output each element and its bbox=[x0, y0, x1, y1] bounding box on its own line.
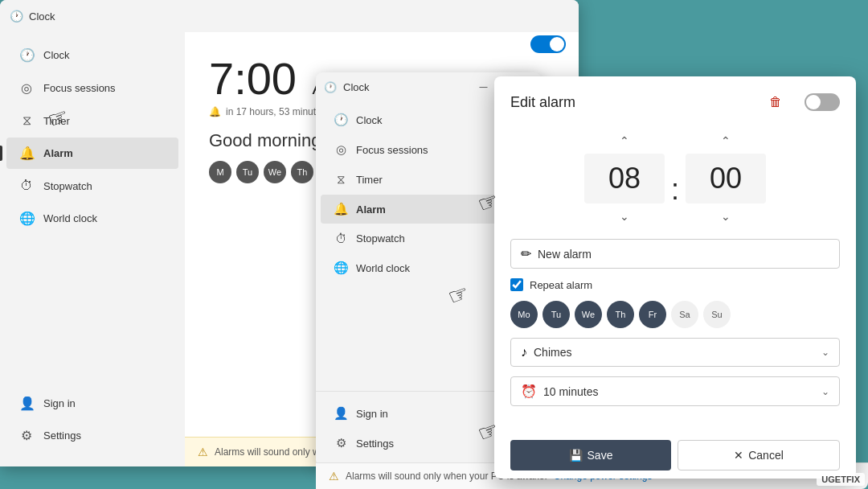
mid-sidebar-alarm-label: Alarm bbox=[356, 203, 386, 216]
music-icon: ♪ bbox=[521, 345, 527, 360]
save-label: Save bbox=[588, 449, 613, 462]
settings-icon: ⚙ bbox=[19, 428, 34, 443]
sidebar-item-alarm[interactable]: 🔔 Alarm bbox=[6, 138, 178, 169]
alarm-name-row[interactable]: ✏ bbox=[510, 239, 840, 269]
mid-settings-icon: ⚙ bbox=[334, 436, 348, 450]
day-button-we[interactable]: We bbox=[575, 301, 602, 328]
alarm-icon: 🔔 bbox=[19, 146, 34, 161]
sidebar-item-clock-label: Clock bbox=[43, 49, 70, 61]
alarm-icon-small: 🔔 bbox=[209, 106, 221, 117]
snooze-dropdown[interactable]: ⏰ 10 minutes ⌄ bbox=[510, 376, 840, 406]
day-button-tu[interactable]: Tu bbox=[542, 301, 570, 328]
edit-alarm-dialog: Edit alarm 🗑 ⌃ 08 ⌄ : ⌃ 00 ⌄ ✏ Repeat al… bbox=[494, 76, 856, 479]
days-row: Mo Tu We Th Fr Sa Su bbox=[510, 301, 840, 328]
mid-window-title: Clock bbox=[343, 81, 370, 93]
sidebar-item-clock[interactable]: 🕐 Clock bbox=[6, 39, 178, 71]
edit-name-icon: ✏ bbox=[521, 246, 531, 261]
sidebar-item-focus-label: Focus sessions bbox=[43, 82, 116, 94]
minutes-display[interactable]: 00 bbox=[686, 154, 766, 203]
minutes-up-button[interactable]: ⌃ bbox=[711, 131, 740, 150]
bg-titlebar: 🕐 Clock bbox=[0, 0, 579, 32]
clock-icon: 🕐 bbox=[19, 47, 34, 63]
mid-sidebar-timer-label: Timer bbox=[356, 174, 383, 186]
time-value: 7:00 bbox=[209, 53, 297, 104]
sidebar-item-settings[interactable]: ⚙ Settings bbox=[6, 420, 178, 451]
repeat-checkbox[interactable] bbox=[510, 278, 523, 291]
mid-signin-label: Sign in bbox=[356, 408, 388, 420]
sidebar-item-timer[interactable]: ⧖ Timer bbox=[6, 105, 178, 136]
bg-top-toggle[interactable] bbox=[530, 35, 566, 53]
mid-sidebar-focus-label: Focus sessions bbox=[356, 144, 428, 156]
day-button-su[interactable]: Su bbox=[703, 301, 731, 328]
day-button-mo[interactable]: Mo bbox=[510, 301, 538, 328]
sidebar-item-stopwatch-label: Stopwatch bbox=[43, 180, 92, 192]
hours-up-button[interactable]: ⌃ bbox=[610, 131, 639, 150]
sidebar-item-worldclock[interactable]: 🌐 World clock bbox=[6, 203, 178, 234]
hours-down-button[interactable]: ⌄ bbox=[610, 207, 639, 226]
sidebar-item-stopwatch[interactable]: ⏱ Stopwatch bbox=[6, 171, 178, 201]
repeat-label: Repeat alarm bbox=[530, 279, 592, 291]
minutes-down-button[interactable]: ⌄ bbox=[711, 207, 740, 226]
watermark: UGETFIX bbox=[817, 473, 865, 486]
bg-window-title: Clock bbox=[29, 10, 55, 23]
sound-dropdown[interactable]: ♪ Chimes ⌄ bbox=[510, 338, 840, 367]
alarm-name-input[interactable] bbox=[538, 248, 829, 261]
sidebar-item-focus[interactable]: ◎ Focus sessions bbox=[6, 72, 178, 104]
day-pill-m: M bbox=[209, 161, 231, 183]
snooze-chevron-icon: ⌄ bbox=[821, 386, 829, 397]
mid-timer-icon: ⧖ bbox=[334, 172, 348, 187]
alarm-time-text: in 17 hours, 53 minutes bbox=[226, 106, 326, 117]
mid-worldclock-icon: 🌐 bbox=[334, 261, 348, 275]
bg-top-toggle-area bbox=[522, 35, 566, 56]
alarm-toggle[interactable] bbox=[805, 93, 840, 111]
repeat-row: Repeat alarm bbox=[510, 278, 840, 291]
warning-icon: ⚠ bbox=[198, 446, 208, 458]
signin-icon: 👤 bbox=[19, 396, 34, 411]
cancel-button[interactable]: ✕ Cancel bbox=[678, 440, 840, 471]
save-icon: 💾 bbox=[569, 449, 583, 462]
sidebar-item-signin[interactable]: 👤 Sign in bbox=[6, 388, 178, 419]
stopwatch-icon: ⏱ bbox=[19, 179, 34, 193]
save-button[interactable]: 💾 Save bbox=[510, 440, 671, 471]
day-button-th[interactable]: Th bbox=[607, 301, 634, 328]
mid-sidebar-clock-label: Clock bbox=[356, 114, 383, 126]
mid-sidebar-worldclock-label: World clock bbox=[356, 262, 410, 274]
timer-icon: ⧖ bbox=[19, 113, 34, 128]
mid-signin-icon: 👤 bbox=[334, 406, 348, 421]
cancel-icon: ✕ bbox=[734, 449, 743, 462]
dialog-header: Edit alarm 🗑 bbox=[494, 76, 856, 123]
minutes-column: ⌃ 00 ⌄ bbox=[686, 131, 766, 226]
mid-settings-label: Settings bbox=[356, 438, 394, 450]
snooze-value: 10 minutes bbox=[543, 385, 815, 398]
mid-stopwatch-icon: ⏱ bbox=[334, 232, 348, 245]
hours-column: ⌃ 08 ⌄ bbox=[584, 131, 665, 226]
day-button-fr[interactable]: Fr bbox=[639, 301, 666, 328]
day-pill-th: Th bbox=[291, 161, 313, 183]
mid-clock-icon: 🕐 bbox=[324, 81, 337, 93]
sidebar-item-signin-label: Sign in bbox=[43, 397, 76, 409]
sound-chevron-icon: ⌄ bbox=[821, 347, 829, 358]
mid-sidebar-stopwatch-label: Stopwatch bbox=[356, 232, 405, 244]
clock-app-icon: 🕐 bbox=[10, 10, 23, 23]
delete-alarm-button[interactable]: 🗑 bbox=[763, 89, 788, 115]
focus-icon: ◎ bbox=[19, 80, 34, 96]
time-picker: ⌃ 08 ⌄ : ⌃ 00 ⌄ bbox=[494, 123, 856, 234]
hours-display[interactable]: 08 bbox=[584, 154, 665, 203]
sidebar-bottom: 👤 Sign in ⚙ Settings bbox=[0, 387, 185, 460]
trash-icon: 🗑 bbox=[769, 95, 782, 109]
mid-minimize-button[interactable]: ─ bbox=[477, 79, 491, 95]
mid-alarm-icon: 🔔 bbox=[334, 202, 348, 216]
sidebar-item-settings-label: Settings bbox=[43, 429, 81, 442]
day-pill-tu: Tu bbox=[236, 161, 259, 183]
worldclock-icon: 🌐 bbox=[19, 211, 34, 226]
snooze-icon: ⏰ bbox=[521, 384, 537, 399]
sidebar-item-alarm-label: Alarm bbox=[43, 147, 73, 159]
mid-focus-icon: ◎ bbox=[334, 142, 348, 157]
cancel-label: Cancel bbox=[748, 449, 784, 462]
mid-clock-nav-icon: 🕐 bbox=[334, 113, 348, 127]
bottom-warning-icon: ⚠ bbox=[329, 470, 339, 483]
day-button-sa[interactable]: Sa bbox=[671, 301, 698, 328]
sidebar-item-worldclock-label: World clock bbox=[43, 212, 97, 224]
sound-value: Chimes bbox=[534, 346, 815, 359]
time-separator: : bbox=[665, 173, 686, 207]
